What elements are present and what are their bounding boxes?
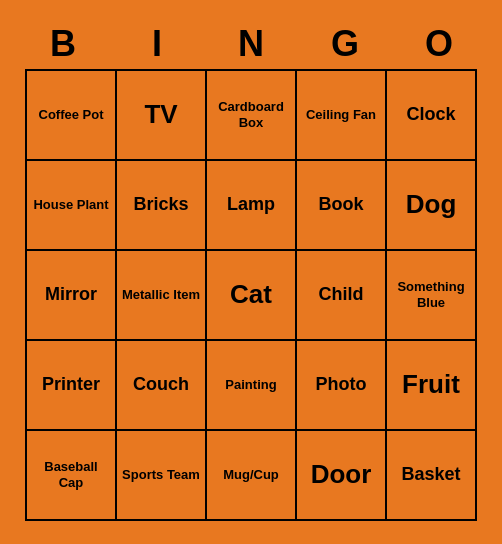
- bingo-cell: Metallic Item: [117, 251, 205, 339]
- bingo-letter: I: [113, 23, 201, 65]
- bingo-letter: B: [19, 23, 107, 65]
- bingo-cell: Mug/Cup: [207, 431, 295, 519]
- bingo-cell: Printer: [27, 341, 115, 429]
- bingo-cell: Dog: [387, 161, 475, 249]
- bingo-letter: G: [301, 23, 389, 65]
- bingo-cell: Fruit: [387, 341, 475, 429]
- bingo-cell: Bricks: [117, 161, 205, 249]
- bingo-cell: Cat: [207, 251, 295, 339]
- bingo-cell: Sports Team: [117, 431, 205, 519]
- bingo-cell: Basket: [387, 431, 475, 519]
- bingo-grid: Coffee PotTVCardboard BoxCeiling FanCloc…: [25, 69, 477, 521]
- bingo-cell: Mirror: [27, 251, 115, 339]
- bingo-cell: Painting: [207, 341, 295, 429]
- bingo-cell: Book: [297, 161, 385, 249]
- bingo-letter: O: [395, 23, 483, 65]
- bingo-cell: Lamp: [207, 161, 295, 249]
- bingo-letter: N: [207, 23, 295, 65]
- bingo-cell: Clock: [387, 71, 475, 159]
- bingo-cell: TV: [117, 71, 205, 159]
- bingo-cell: Door: [297, 431, 385, 519]
- bingo-cell: House Plant: [27, 161, 115, 249]
- bingo-cell: Cardboard Box: [207, 71, 295, 159]
- bingo-cell: Something Blue: [387, 251, 475, 339]
- bingo-cell: Child: [297, 251, 385, 339]
- bingo-cell: Baseball Cap: [27, 431, 115, 519]
- bingo-title: BINGO: [16, 23, 486, 65]
- bingo-cell: Coffee Pot: [27, 71, 115, 159]
- bingo-cell: Ceiling Fan: [297, 71, 385, 159]
- bingo-cell: Couch: [117, 341, 205, 429]
- bingo-cell: Photo: [297, 341, 385, 429]
